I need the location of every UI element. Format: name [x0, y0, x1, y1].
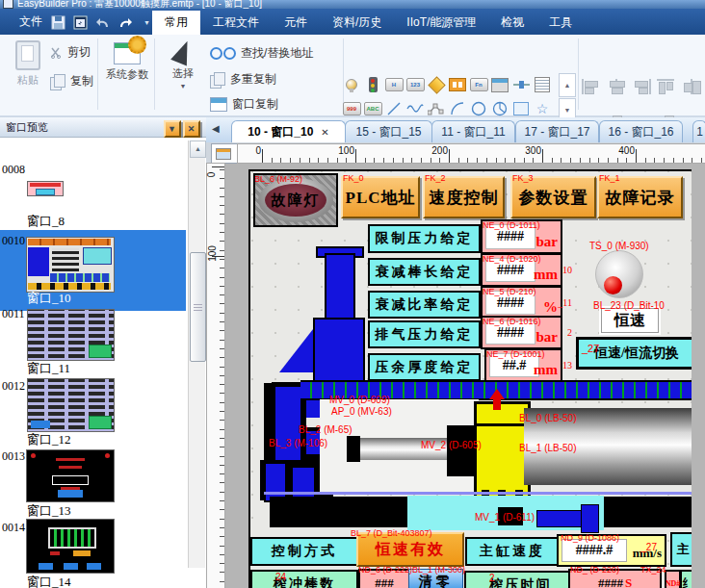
- cut-button[interactable]: 剪切: [50, 44, 91, 61]
- overlay-fragment: 13: [562, 360, 572, 371]
- doc-tab-partial[interactable]: 1: [692, 120, 705, 143]
- window-item-label[interactable]: 窗口_8: [27, 213, 65, 230]
- label-text: 榨压时间: [490, 576, 552, 588]
- select-button[interactable]: 选择 ▼: [162, 40, 204, 89]
- param-label[interactable]: 压余厚度给定: [368, 353, 481, 381]
- window-preview-header: 窗口预览 ▼ ✕: [0, 117, 206, 138]
- window-item-label[interactable]: 窗口_13: [27, 502, 71, 520]
- align-center-icon[interactable]: [607, 79, 626, 94]
- toggle-switch-icon[interactable]: H: [383, 73, 405, 96]
- tab-view[interactable]: 检视: [488, 11, 536, 35]
- param-value-field[interactable]: #### % NE_5 (D-210) _11: [481, 286, 562, 320]
- overlay-fragment: _11: [558, 297, 572, 308]
- preview-scrollbar[interactable]: ▲: [188, 141, 205, 568]
- partial-label[interactable]: 纟: [680, 570, 692, 588]
- copy-button[interactable]: 复制: [50, 73, 93, 89]
- export-icon[interactable]: [72, 14, 89, 31]
- document-tab-bar: ◀ 10 - 窗口_10✕ 15 - 窗口_15 11 - 窗口_11 17 -…: [206, 117, 705, 143]
- doc-tab-label: 17 - 窗口_17: [524, 125, 589, 139]
- tab-data-history[interactable]: 资料/历史: [320, 11, 394, 35]
- address-tag: TS_0 (M-930): [589, 241, 649, 251]
- fn-object-icon[interactable]: Fn: [468, 73, 489, 96]
- param-value-field[interactable]: ##.# mm NE_7 (D-1001) 13: [484, 348, 562, 382]
- param-value-field[interactable]: #### mm NE_4 (D-1020) 10: [481, 253, 562, 287]
- window-item-label[interactable]: 窗口_10: [27, 290, 71, 307]
- indicator-lamp-icon[interactable]: [341, 73, 362, 96]
- doc-tab-window-16[interactable]: 16 - 窗口_16: [599, 120, 683, 143]
- param-label[interactable]: 衰减棒长给定: [368, 258, 481, 286]
- control-mode-label[interactable]: 控制方式: [250, 537, 358, 566]
- align-middle-icon[interactable]: [682, 79, 701, 94]
- window-11-thumbnail[interactable]: [27, 309, 115, 361]
- hmi-canvas[interactable]: 故障灯 BL_6 (M-92) PLC地址 FK_0 速度控制 FK_2 参数设…: [248, 169, 692, 588]
- align-right-icon[interactable]: [632, 79, 651, 94]
- param-label[interactable]: 限制压力给定: [368, 224, 481, 253]
- state-indicator[interactable]: 恒速: [601, 308, 659, 333]
- paste-icon: [15, 40, 40, 70]
- undo-icon[interactable]: [94, 14, 111, 31]
- direct-window-icon[interactable]: [489, 73, 510, 96]
- window-item-label[interactable]: 窗口_11: [27, 360, 70, 377]
- doc-tab-window-15[interactable]: 15 - 窗口_15: [345, 120, 432, 143]
- toggle-switch-object[interactable]: [595, 250, 643, 298]
- press-time-label[interactable]: 榨压时间: [464, 571, 577, 588]
- cylinder-speed-field[interactable]: ####.# mm/s ND_9 (D-1086) _27: [557, 534, 666, 567]
- copy-icon: [50, 74, 65, 89]
- panel-close-icon[interactable]: ✕: [183, 120, 200, 138]
- param-value-field[interactable]: #### bar NE_0 (D-1011): [481, 219, 562, 254]
- tab-tools[interactable]: 工具: [536, 11, 585, 35]
- moving-shape-icon[interactable]: [447, 73, 468, 96]
- doc-tab-window-10[interactable]: 10 - 窗口_10✕: [231, 120, 346, 143]
- toolbox-scroll-up[interactable]: ▲: [559, 73, 576, 97]
- function-key-icon[interactable]: [426, 73, 447, 96]
- traffic-light-icon[interactable]: [362, 73, 383, 96]
- paste-button[interactable]: 粘贴: [4, 40, 52, 88]
- scrollbar-thumb[interactable]: [190, 252, 206, 362]
- punch-rod-count-label[interactable]: 榨冲棒数: [250, 570, 358, 588]
- scrollbar-up-icon[interactable]: ▲: [190, 141, 206, 158]
- numeric-object-icon[interactable]: 123: [405, 73, 426, 96]
- tab-iiot-energy[interactable]: IIoT/能源管理: [394, 11, 488, 35]
- selected-window-item[interactable]: 0010 窗口_10: [0, 230, 186, 311]
- tab-object[interactable]: 元件: [272, 11, 320, 35]
- param-value-field[interactable]: #### bar NE_6 (D-1016) 2: [481, 316, 562, 349]
- multi-copy-button[interactable]: 多重复制: [210, 71, 276, 88]
- align-top-icon[interactable]: [657, 79, 676, 94]
- tab-scroll-left-icon[interactable]: ◀: [212, 123, 225, 137]
- window-13-thumbnail[interactable]: [26, 449, 115, 502]
- save-icon[interactable]: [50, 14, 66, 31]
- align-left-icon[interactable]: [582, 79, 601, 94]
- cylinder-speed-label[interactable]: 主缸速度: [465, 537, 560, 566]
- tab-close-icon[interactable]: ✕: [321, 127, 328, 138]
- overlay-fragment: 24: [275, 572, 286, 582]
- window-10-thumbnail[interactable]: [26, 237, 115, 293]
- find-replace-button[interactable]: 查找/替换地址: [210, 45, 313, 62]
- window-14-thumbnail[interactable]: [26, 519, 115, 574]
- easybuilder-window: EasyBuilder Pro : 雷基10000触摸屏.emtp - [10 …: [0, 0, 705, 588]
- redo-icon[interactable]: [117, 14, 133, 31]
- window-item-label[interactable]: 窗口_12: [27, 431, 71, 448]
- panel-dropdown-icon[interactable]: ▼: [164, 120, 181, 138]
- doc-tab-label: 16 - 窗口_16: [608, 125, 673, 139]
- window-copy-button[interactable]: 窗口复制: [210, 96, 278, 113]
- tab-project[interactable]: 工程文件: [200, 11, 272, 35]
- cut-label: 剪切: [67, 44, 91, 61]
- doc-tab-window-17[interactable]: 17 - 窗口_17: [515, 120, 599, 143]
- slider-icon[interactable]: [510, 73, 532, 96]
- file-menu[interactable]: 文件: [8, 9, 54, 35]
- param-label[interactable]: 排气压力给定: [368, 320, 481, 348]
- param-label[interactable]: 衰减比率给定: [368, 291, 481, 319]
- system-parameters-button[interactable]: 系统参数: [102, 42, 152, 82]
- doc-tab-label: 1: [696, 125, 703, 139]
- label-text: 限制压力给定: [376, 230, 474, 247]
- option-list-icon[interactable]: [532, 73, 553, 96]
- window-12-thumbnail[interactable]: [27, 378, 115, 432]
- partial-label[interactable]: 主: [670, 532, 692, 567]
- partial-field[interactable]: ND#: [665, 570, 681, 588]
- window-item-label[interactable]: 窗口_14: [27, 574, 71, 588]
- tab-home[interactable]: 常用: [152, 11, 200, 35]
- address-tag: BL_1 (M-300): [412, 565, 465, 575]
- window-8-thumbnail[interactable]: [27, 181, 64, 196]
- doc-tab-window-11[interactable]: 11 - 窗口_11: [431, 120, 515, 143]
- select-dropdown-icon[interactable]: ▼: [162, 83, 204, 89]
